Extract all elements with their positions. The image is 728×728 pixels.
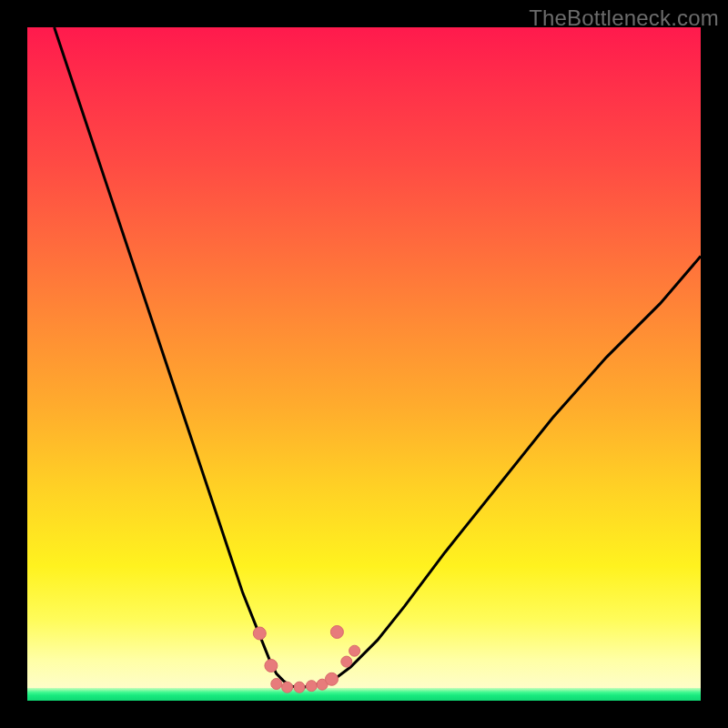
watermark-text: TheBottleneck.com: [529, 5, 719, 31]
chart-svg: [27, 27, 701, 701]
data-point-marker: [326, 672, 339, 685]
data-point-marker: [294, 682, 305, 693]
data-point-marker: [282, 682, 293, 693]
plot-area: [27, 27, 701, 701]
data-point-marker: [330, 626, 343, 639]
data-point-marker: [306, 681, 317, 692]
data-point-marker: [349, 645, 360, 656]
data-point-marker: [253, 627, 266, 640]
bottleneck-curve: [55, 27, 701, 687]
data-point-marker: [341, 656, 352, 667]
chart-frame: TheBottleneck.com: [0, 0, 728, 728]
data-point-marker: [271, 679, 282, 690]
data-point-marker: [265, 660, 278, 672]
curve-markers: [253, 626, 359, 693]
